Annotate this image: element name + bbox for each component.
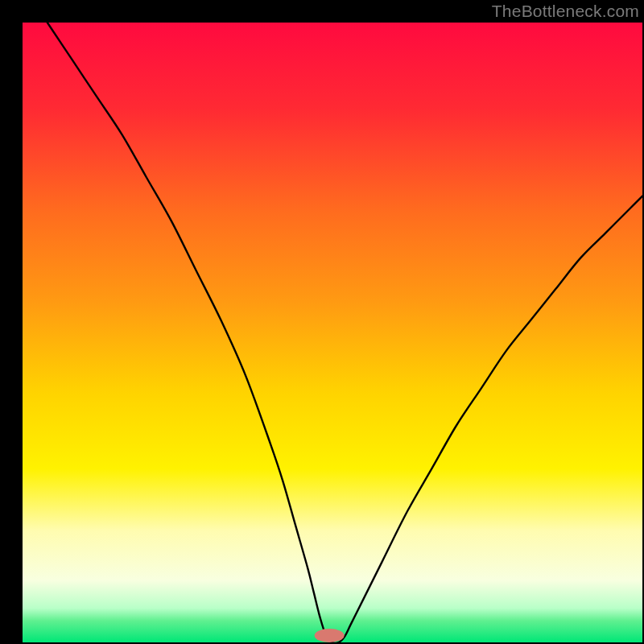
watermark-text: TheBottleneck.com	[492, 2, 639, 21]
chart-frame: TheBottleneck.com	[0, 0, 644, 644]
bottleneck-chart	[0, 0, 644, 644]
optimum-marker	[315, 629, 345, 642]
gradient-panel	[23, 23, 642, 642]
